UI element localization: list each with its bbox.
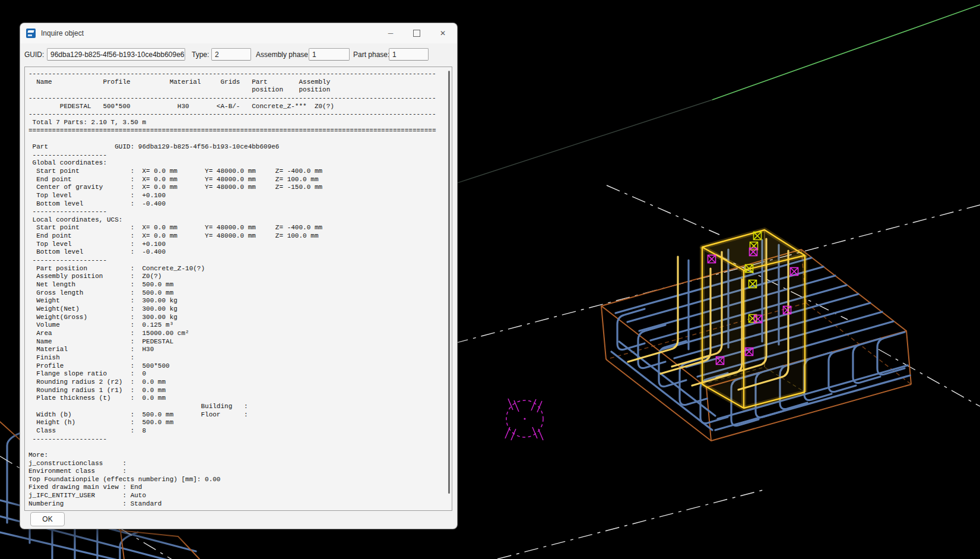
dialog-titlebar[interactable]: Inquire object ─ ✕ bbox=[20, 23, 457, 43]
maximize-icon bbox=[413, 30, 420, 37]
report-scrollbar[interactable] bbox=[446, 68, 451, 508]
report-scrollbar-thumb[interactable] bbox=[448, 71, 450, 494]
guid-field[interactable]: 96dba129-b825-4f56-b193-10ce4bb609e6 bbox=[47, 48, 185, 61]
assembly-phase-label: Assembly phase: bbox=[256, 50, 310, 59]
minimize-icon: ─ bbox=[388, 29, 394, 37]
dialog-title: Inquire object bbox=[41, 29, 84, 37]
inquire-report-text: ----------------------------------------… bbox=[25, 67, 452, 508]
close-button[interactable]: ✕ bbox=[430, 24, 456, 42]
type-field[interactable]: 2 bbox=[211, 48, 251, 61]
inquire-object-dialog: Inquire object ─ ✕ GUID: 96dba129-b825-4… bbox=[20, 23, 458, 529]
type-label: Type: bbox=[192, 50, 209, 59]
pedestal-left-face bbox=[702, 247, 744, 408]
close-icon: ✕ bbox=[440, 29, 446, 37]
object-id-row: GUID: 96dba129-b825-4f56-b193-10ce4bb609… bbox=[20, 48, 457, 62]
assembly-phase-field[interactable]: 1 bbox=[309, 48, 350, 61]
part-phase-label: Part phase: bbox=[353, 50, 389, 59]
part-phase-field[interactable]: 1 bbox=[389, 48, 429, 61]
guid-label: GUID: bbox=[24, 50, 44, 59]
app-icon bbox=[26, 29, 36, 38]
inquire-report-area[interactable]: ----------------------------------------… bbox=[24, 67, 452, 511]
maximize-button[interactable] bbox=[404, 24, 430, 42]
minimize-button[interactable]: ─ bbox=[378, 24, 404, 42]
ok-button[interactable]: OK bbox=[30, 512, 65, 526]
